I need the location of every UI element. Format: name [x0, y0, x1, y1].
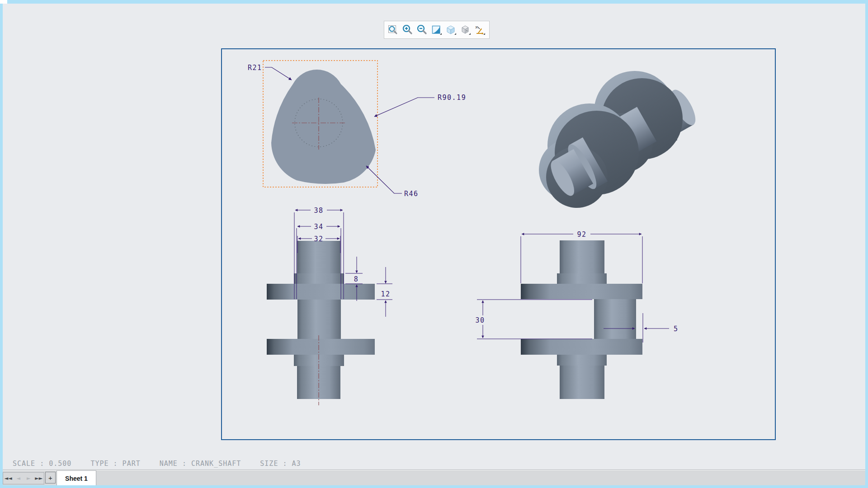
- cad-drawing-window: x: [0, 0, 868, 488]
- zoom-in-button[interactable]: [401, 23, 415, 37]
- first-sheet-button[interactable]: ◄◄: [4, 476, 13, 481]
- status-size: SIZE : A3: [260, 460, 301, 469]
- front-middle-shaft: [297, 300, 341, 339]
- last-sheet-button[interactable]: ►►: [34, 476, 43, 481]
- side-top-collar: [557, 273, 607, 284]
- front-top-shaft: [297, 241, 340, 273]
- datum-display-icon: x: [474, 24, 486, 36]
- dim-8[interactable]: 8: [354, 275, 359, 283]
- cam-profile-shape: [271, 70, 376, 184]
- isometric-view[interactable]: [539, 71, 700, 208]
- dim-92[interactable]: 92: [577, 230, 586, 239]
- sheet-tab-label: Sheet 1: [65, 475, 88, 482]
- display-style-cube-icon: [445, 24, 457, 36]
- radius-label-r90[interactable]: R90.19: [438, 94, 466, 102]
- dim-34[interactable]: 34: [314, 223, 323, 231]
- front-upper-flange: [267, 284, 375, 300]
- zoom-window-icon: [387, 24, 399, 36]
- window-border-left: [0, 4, 3, 488]
- status-bar: SCALE : 0.500 TYPE : PART NAME : CRANK_S…: [13, 460, 301, 469]
- status-scale: SCALE : 0.500: [13, 460, 71, 469]
- tab-sheet-1[interactable]: Sheet 1: [57, 470, 96, 486]
- side-view[interactable]: 92 30 5: [475, 230, 678, 399]
- repaint-button[interactable]: [430, 23, 443, 37]
- sheet-nav-group: ◄◄ ◄ ► ►►: [3, 472, 44, 484]
- saved-views-icon: [459, 24, 471, 36]
- window-border-top: [7, 0, 868, 4]
- dim-30[interactable]: 30: [475, 316, 485, 324]
- status-type: TYPE : PART: [90, 460, 140, 469]
- window-border-bottom: [0, 485, 868, 488]
- next-sheet-button[interactable]: ►: [24, 476, 33, 481]
- zoom-window-button[interactable]: [387, 23, 400, 37]
- window-border-right: [865, 4, 868, 488]
- side-bottom-collar: [557, 355, 607, 366]
- view-toolbar: x: [384, 21, 490, 39]
- front-view[interactable]: 38 34 32 8 12: [267, 206, 392, 405]
- sheet-tab-bar: ◄◄ ◄ ► ►► + Sheet 1: [0, 470, 868, 486]
- dim-38[interactable]: 38: [314, 206, 323, 215]
- cam-profile-view[interactable]: R21 R90.19 R46: [248, 61, 466, 198]
- window-corner-notch: [0, 0, 7, 4]
- side-lower-flange: [521, 339, 642, 355]
- repaint-shaded-icon: [430, 24, 442, 36]
- radius-label-r21[interactable]: R21: [248, 64, 262, 72]
- side-top-shaft: [560, 240, 604, 273]
- radius-label-r46[interactable]: R46: [404, 190, 419, 198]
- zoom-out-button[interactable]: [415, 23, 429, 37]
- zoom-out-icon: [416, 24, 428, 36]
- datum-display-button[interactable]: x: [473, 23, 487, 37]
- zoom-in-icon: [401, 24, 413, 36]
- dim-5[interactable]: 5: [674, 325, 679, 333]
- side-upper-flange: [521, 284, 642, 299]
- dim-12[interactable]: 12: [381, 290, 390, 298]
- previous-sheet-button[interactable]: ◄: [14, 476, 23, 481]
- front-top-collar: [294, 273, 344, 284]
- drawing-canvas: R21 R90.19 R46: [0, 0, 868, 488]
- saved-views-button[interactable]: [459, 23, 472, 37]
- front-lower-flange: [267, 339, 375, 355]
- status-name: NAME : CRANK_SHAFT: [160, 460, 241, 469]
- dim-32[interactable]: 32: [314, 235, 323, 243]
- side-bottom-shaft: [560, 366, 604, 399]
- add-sheet-button[interactable]: +: [45, 472, 56, 483]
- display-style-button[interactable]: [444, 23, 458, 37]
- side-crank-pin: [594, 299, 636, 339]
